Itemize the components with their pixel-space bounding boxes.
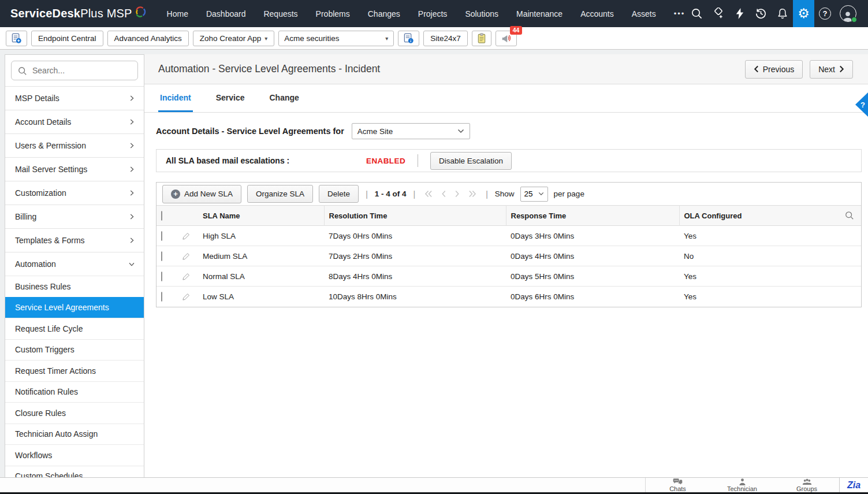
- sidebar-item-templates-forms[interactable]: Templates & Forms: [5, 228, 144, 252]
- sidebar-item-automation[interactable]: Automation: [5, 252, 144, 276]
- nav-item-home[interactable]: Home: [167, 9, 188, 18]
- page-size-select[interactable]: 25: [520, 187, 548, 202]
- search-icon[interactable]: [686, 0, 707, 27]
- sidebar-item-mail-server-settings[interactable]: Mail Server Settings: [5, 157, 144, 181]
- nav-item-accounts[interactable]: Accounts: [580, 9, 614, 18]
- col-header-response-time: Response Time: [506, 206, 679, 226]
- cell-ola-configured: Yes: [679, 226, 861, 246]
- caret-down-icon: ▾: [385, 35, 388, 42]
- nav-item-changes[interactable]: Changes: [368, 9, 400, 18]
- whats-new-icon[interactable]: [707, 0, 729, 27]
- organize-sla-button[interactable]: Organize SLA: [247, 185, 313, 203]
- announcements-button[interactable]: 44: [496, 31, 517, 46]
- edit-pencil-icon[interactable]: [182, 272, 191, 283]
- row-checkbox[interactable]: [161, 231, 162, 241]
- plus-circle-icon: +: [171, 190, 180, 199]
- sidebar-search-input[interactable]: [11, 61, 138, 80]
- previous-button[interactable]: Previous: [745, 60, 803, 79]
- sidebar-item-request-life-cycle[interactable]: Request Life Cycle: [5, 318, 144, 339]
- escalation-label: All SLA based mail escalations :: [166, 156, 366, 165]
- sidebar-item-request-timer-actions[interactable]: Request Timer Actions: [5, 360, 144, 381]
- first-page-icon[interactable]: [424, 190, 433, 198]
- cell-sla-name: High SLA: [198, 226, 324, 246]
- row-checkbox[interactable]: [161, 251, 162, 261]
- help-icon[interactable]: ?: [814, 0, 836, 27]
- nav-item-problems[interactable]: Problems: [316, 9, 350, 18]
- page-header: Automation - Service Level Agreements - …: [144, 54, 868, 84]
- site24x7-button[interactable]: Site24x7: [423, 31, 468, 46]
- table-row[interactable]: Low SLA 10Days 8Hrs 0Mins 0Days 6Hrs 0Mi…: [157, 287, 861, 307]
- sidebar-item-workflows[interactable]: Workflows: [5, 444, 144, 466]
- chevron-right-icon: [128, 165, 136, 173]
- account-select-row: Account Details - Service Level Agreemen…: [156, 123, 862, 139]
- clipboard-notes-button[interactable]: [472, 31, 491, 46]
- chats-button[interactable]: Chats: [645, 478, 710, 492]
- zia-button[interactable]: Zia: [839, 478, 868, 492]
- caret-down-icon: ▾: [265, 35, 267, 42]
- user-avatar[interactable]: [836, 0, 860, 27]
- sidebar-item-users-permission[interactable]: Users & Permission: [5, 133, 144, 157]
- site-select[interactable]: Acme Site: [352, 123, 470, 139]
- edit-pencil-icon[interactable]: [182, 252, 191, 262]
- next-button[interactable]: Next: [810, 60, 853, 79]
- nav-item-assets[interactable]: Assets: [632, 9, 656, 18]
- sidebar-item-technician-auto-assign[interactable]: Technician Auto Assign: [5, 424, 144, 445]
- prev-page-icon[interactable]: [441, 190, 446, 198]
- tab-incident[interactable]: Incident: [158, 84, 193, 112]
- main-nav: Home Dashboard Requests Problems Changes…: [167, 9, 686, 18]
- notifications-bell-icon[interactable]: [772, 0, 793, 27]
- sidebar-item-account-details[interactable]: Account Details: [5, 110, 144, 133]
- sidebar-item-custom-triggers[interactable]: Custom Triggers: [5, 339, 144, 361]
- disable-escalation-button[interactable]: Disable Escalation: [430, 152, 512, 170]
- row-checkbox[interactable]: [161, 272, 162, 281]
- table-search-icon[interactable]: [845, 211, 854, 222]
- cell-ola-configured: Yes: [679, 287, 861, 307]
- sidebar-item-business-rules[interactable]: Business Rules: [5, 276, 144, 297]
- last-page-icon[interactable]: [468, 190, 476, 198]
- settings-gear-icon[interactable]: ⚙: [793, 0, 814, 27]
- table-row[interactable]: High SLA 7Days 0Hrs 0Mins 0Days 3Hrs 0Mi…: [157, 226, 861, 246]
- advanced-analytics-button[interactable]: Advanced Analytics: [107, 31, 189, 46]
- table-row[interactable]: Normal SLA 8Days 4Hrs 0Mins 0Days 5Hrs 0…: [157, 266, 861, 287]
- sidebar-item-msp-details[interactable]: MSP Details: [5, 86, 144, 110]
- endpoint-central-button[interactable]: Endpoint Central: [31, 31, 103, 46]
- nav-item-solutions[interactable]: Solutions: [465, 9, 498, 18]
- account-info-doc-button[interactable]: [398, 31, 419, 46]
- sidebar-item-closure-rules[interactable]: Closure Rules: [5, 402, 144, 424]
- row-checkbox[interactable]: [161, 292, 162, 302]
- nav-more-icon[interactable]: •••: [674, 9, 686, 18]
- history-icon[interactable]: [750, 0, 772, 27]
- vertical-divider: [418, 154, 418, 167]
- technician-button[interactable]: Technician: [710, 478, 774, 492]
- quick-actions-icon[interactable]: [729, 0, 750, 27]
- sidebar-item-notification-rules[interactable]: Notification Rules: [5, 381, 144, 403]
- col-header-resolution-time: Resolution Time: [324, 206, 506, 226]
- tab-service[interactable]: Service: [214, 84, 247, 112]
- new-request-doc-button[interactable]: [6, 31, 27, 46]
- module-tabs: Incident Service Change: [144, 84, 868, 113]
- sidebar-item-billing[interactable]: Billing: [5, 205, 144, 228]
- cell-response-time: 0Days 5Hrs 0Mins: [506, 266, 679, 287]
- nav-item-projects[interactable]: Projects: [418, 9, 448, 18]
- sidebar-item-service-level-agreements[interactable]: Service Level Agreements: [5, 297, 144, 318]
- announcement-count-badge: 44: [510, 26, 522, 35]
- select-all-checkbox[interactable]: [161, 211, 162, 221]
- nav-item-requests[interactable]: Requests: [263, 9, 297, 18]
- add-new-sla-button[interactable]: + Add New SLA: [162, 185, 241, 203]
- next-page-icon[interactable]: [455, 190, 460, 198]
- tab-change[interactable]: Change: [268, 84, 301, 112]
- chevron-down-icon: [128, 260, 136, 268]
- zia-logo: Zia: [847, 480, 860, 491]
- sla-table: SLA Name Resolution Time Response Time O…: [157, 205, 861, 307]
- show-label: Show: [495, 190, 515, 198]
- groups-button[interactable]: Groups: [774, 478, 839, 492]
- sidebar-item-customization[interactable]: Customization: [5, 181, 144, 205]
- nav-item-maintenance[interactable]: Maintenance: [516, 9, 562, 18]
- delete-button[interactable]: Delete: [319, 185, 359, 203]
- edit-pencil-icon[interactable]: [182, 232, 191, 242]
- nav-item-dashboard[interactable]: Dashboard: [206, 9, 246, 18]
- edit-pencil-icon[interactable]: [182, 292, 191, 303]
- zoho-creator-app-button[interactable]: Zoho Creator App▾: [193, 31, 275, 46]
- account-dropdown[interactable]: Acme securities▾: [278, 31, 394, 46]
- table-row[interactable]: Medium SLA 7Days 2Hrs 0Mins 0Days 4Hrs 0…: [157, 246, 861, 266]
